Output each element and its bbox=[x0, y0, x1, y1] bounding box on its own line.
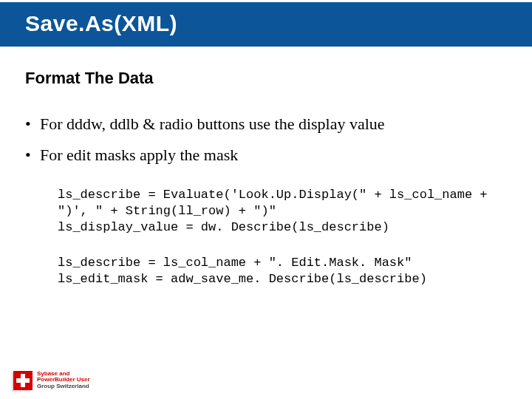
footer-logo: Sybase and PowerBuilder User Group Switz… bbox=[13, 371, 90, 390]
bullet-item: For edit masks apply the mask bbox=[25, 140, 507, 171]
bullet-list: For dddw, ddlb & radio buttons use the d… bbox=[25, 109, 507, 171]
footer-line-3: Group Switzerland bbox=[37, 383, 90, 390]
bullet-item: For dddw, ddlb & radio buttons use the d… bbox=[25, 109, 507, 140]
swiss-flag-icon bbox=[13, 371, 33, 390]
code-block-1: ls_describe = Evaluate('Look.Up.Display(… bbox=[58, 187, 507, 236]
slide-body: Format The Data For dddw, ddlb & radio b… bbox=[0, 47, 532, 287]
section-heading: Format The Data bbox=[25, 69, 507, 88]
footer-line-1: Sybase and bbox=[37, 370, 69, 377]
footer-logo-text: Sybase and PowerBuilder User Group Switz… bbox=[37, 371, 90, 390]
title-bar: Save.As(XML) bbox=[0, 0, 532, 47]
footer-line-2: PowerBuilder User bbox=[37, 376, 90, 383]
code-block-2: ls_describe = ls_col_name + ". Edit.Mask… bbox=[58, 255, 507, 287]
slide-title: Save.As(XML) bbox=[25, 11, 507, 36]
